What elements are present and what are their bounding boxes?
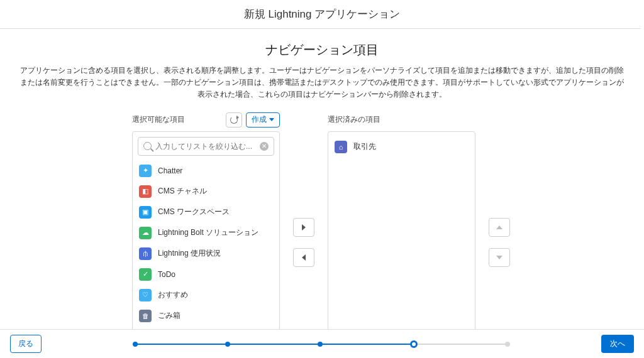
create-label: 作成 <box>252 114 267 125</box>
clear-icon[interactable]: ✕ <box>260 142 269 151</box>
item-icon: ☁ <box>139 227 152 239</box>
create-button[interactable]: 作成 <box>246 112 280 127</box>
list-item[interactable]: ▣CMS ワークスペース <box>133 202 279 223</box>
move-buttons <box>291 144 316 342</box>
section-title: ナビゲーション項目 <box>0 41 644 58</box>
item-label: Lightning 使用状況 <box>158 248 221 259</box>
chevron-down-icon <box>269 118 274 121</box>
selected-header-row: 選択済みの項目 <box>328 112 475 127</box>
next-button[interactable]: 次へ <box>601 335 634 353</box>
dual-list: 選択可能な項目 作成 ✕ ✦Chatter◧CMS チャネル▣CMS ワーク <box>0 112 644 342</box>
section-description: アプリケーションに含める項目を選択し、表示される順序を調整します。ユーザーはナビ… <box>19 65 625 101</box>
refresh-icon <box>230 116 238 124</box>
arrow-left-icon <box>302 254 306 261</box>
search-box[interactable]: ✕ <box>138 137 274 156</box>
item-label: おすすめ <box>158 290 188 300</box>
list-item[interactable]: ⫛Lightning 使用状況 <box>133 244 279 264</box>
list-item[interactable]: ☁Lightning Bolt ソリューション <box>133 223 279 244</box>
available-panel: ✕ ✦Chatter◧CMS チャネル▣CMS ワークスペース☁Lightnin… <box>132 131 280 342</box>
move-left-button[interactable] <box>293 248 314 267</box>
arrow-up-icon <box>496 225 502 229</box>
item-label: CMS ワークスペース <box>158 207 230 217</box>
progress-indicator <box>42 343 601 345</box>
selected-list[interactable]: ⌂取引先 <box>328 132 475 341</box>
item-label: CMS チャネル <box>158 186 207 197</box>
progress-step <box>410 340 418 348</box>
arrow-right-icon <box>302 224 306 231</box>
item-icon: ✓ <box>139 268 152 281</box>
item-label: 取引先 <box>353 141 376 152</box>
list-item[interactable]: ✦Chatter <box>133 161 279 182</box>
list-item[interactable]: ✓ToDo <box>133 264 279 285</box>
selected-header: 選択済みの項目 <box>328 114 380 125</box>
available-header-row: 選択可能な項目 作成 <box>132 112 280 127</box>
move-right-button[interactable] <box>293 218 314 237</box>
item-icon: ✦ <box>139 165 152 177</box>
available-list[interactable]: ✦Chatter◧CMS チャネル▣CMS ワークスペース☁Lightning … <box>133 161 279 341</box>
search-wrap: ✕ <box>133 132 279 161</box>
available-column: 選択可能な項目 作成 ✕ ✦Chatter◧CMS チャネル▣CMS ワーク <box>132 112 280 342</box>
item-label: Lightning Bolt ソリューション <box>158 227 258 238</box>
search-icon <box>143 142 152 150</box>
back-button[interactable]: 戻る <box>10 335 42 353</box>
item-icon: 🗑 <box>139 310 152 322</box>
item-label: ToDo <box>158 270 175 279</box>
selected-panel: ⌂取引先 <box>328 131 475 342</box>
modal-title: 新規 Lightning アプリケーション <box>0 0 644 28</box>
search-input[interactable] <box>155 142 256 151</box>
progress-step <box>505 342 510 347</box>
item-label: ごみ箱 <box>158 310 180 321</box>
progress-step <box>225 342 230 347</box>
selected-column: 選択済みの項目 ⌂取引先 <box>328 112 475 342</box>
move-down-button[interactable] <box>489 248 510 267</box>
move-up-button[interactable] <box>489 218 510 237</box>
item-icon: ♡ <box>139 289 152 301</box>
reorder-buttons <box>487 144 512 342</box>
progress-dots <box>133 340 510 348</box>
item-icon: ⌂ <box>335 141 347 153</box>
item-icon: ▣ <box>139 206 152 219</box>
available-header: 選択可能な項目 <box>132 114 185 125</box>
list-item[interactable]: ◧CMS チャネル <box>133 182 279 202</box>
list-item[interactable]: ♡おすすめ <box>133 285 279 306</box>
arrow-down-icon <box>496 256 502 259</box>
progress-step <box>318 342 323 347</box>
item-icon: ⫛ <box>139 247 152 260</box>
item-label: Chatter <box>158 166 182 175</box>
footer: 戻る 次へ <box>0 329 644 358</box>
available-header-actions: 作成 <box>226 112 280 127</box>
list-item[interactable]: ⌂取引先 <box>328 137 475 158</box>
progress-step <box>133 342 138 347</box>
refresh-button[interactable] <box>226 112 242 127</box>
divider <box>0 28 641 29</box>
item-icon: ◧ <box>139 185 152 198</box>
list-item[interactable]: 🗑ごみ箱 <box>133 306 279 327</box>
